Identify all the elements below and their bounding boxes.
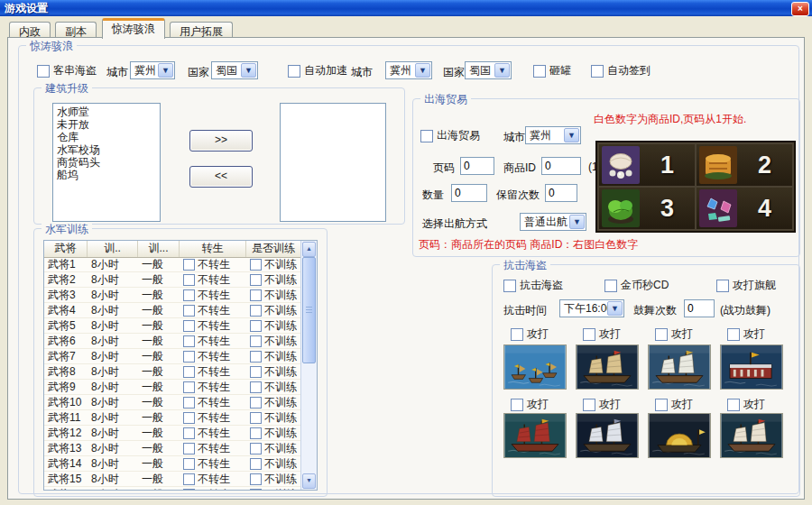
sea-trade-checkbox[interactable]: 出海贸易	[420, 128, 480, 143]
checkbox-box[interactable]	[420, 130, 433, 142]
checkbox-box[interactable]	[716, 280, 729, 292]
attack-checkbox[interactable]: 攻打	[655, 397, 693, 412]
close-icon[interactable]: ×	[791, 2, 809, 16]
train-checkbox[interactable]	[250, 473, 262, 485]
fight-pirates-checkbox[interactable]: 抗击海盗	[503, 278, 563, 293]
rebirth-checkbox[interactable]	[183, 289, 195, 301]
chevron-down-icon[interactable]: ▼	[564, 128, 579, 142]
rebirth-checkbox[interactable]	[183, 335, 195, 347]
checkbox-box[interactable]	[37, 65, 50, 78]
rebirth-checkbox[interactable]	[183, 259, 195, 271]
checkbox-box[interactable]	[533, 65, 546, 78]
building-list-item[interactable]: 船坞	[53, 169, 160, 181]
scrollbar-thumb[interactable]	[302, 257, 316, 363]
chevron-down-icon[interactable]: ▼	[494, 63, 510, 78]
rebirth-checkbox[interactable]	[183, 397, 195, 409]
rebirth-checkbox[interactable]	[183, 458, 195, 470]
checkbox-box[interactable]	[655, 328, 668, 341]
building-list-item[interactable]: 水师堂	[53, 106, 160, 118]
rebirth-checkbox[interactable]	[183, 320, 195, 332]
trade-city-select[interactable]: 冀州 ▼	[525, 126, 581, 144]
gold-cd-checkbox[interactable]: 金币秒CD	[604, 278, 669, 293]
move-left-button[interactable]: <<	[189, 166, 253, 188]
country2-select[interactable]: 蜀国 ▼	[465, 61, 512, 79]
smash-jar-checkbox[interactable]: 砸罐	[533, 63, 571, 78]
rebirth-checkbox[interactable]	[183, 427, 195, 439]
scroll-down-icon[interactable]: ▼	[302, 473, 316, 489]
train-checkbox[interactable]	[250, 274, 262, 286]
train-checkbox[interactable]	[250, 320, 262, 332]
checkbox-box[interactable]	[511, 328, 523, 341]
attack-checkbox[interactable]: 攻打	[727, 326, 765, 342]
game-settings-window: 游戏设置 × 内政 副本 惊涛骇浪 用户拓展 惊涛骇浪 客串海盗 城市 冀州 ▼…	[0, 0, 812, 505]
table-scrollbar[interactable]: ▲ ▼	[300, 241, 317, 490]
attack-checkbox[interactable]: 攻打	[583, 326, 621, 342]
quantity-input[interactable]	[451, 184, 487, 202]
checkbox-box[interactable]	[604, 280, 617, 292]
rebirth-checkbox[interactable]	[183, 489, 195, 491]
train-checkbox[interactable]	[250, 305, 262, 317]
checkbox-box[interactable]	[583, 328, 595, 341]
rebirth-checkbox[interactable]	[183, 473, 195, 485]
city2-select[interactable]: 冀州 ▼	[385, 61, 432, 79]
rebirth-checkbox[interactable]	[183, 366, 195, 378]
attack-checkbox[interactable]: 攻打	[511, 397, 549, 412]
move-right-button[interactable]: >>	[189, 130, 253, 152]
item-id-input[interactable]	[541, 157, 581, 175]
train-checkbox[interactable]	[250, 443, 262, 454]
cheer-times-input[interactable]	[684, 299, 715, 317]
country1-select[interactable]: 蜀国 ▼	[211, 61, 258, 79]
rebirth-checkbox[interactable]	[183, 381, 195, 393]
attack-checkbox[interactable]: 攻打	[583, 397, 621, 412]
train-checkbox[interactable]	[250, 412, 262, 424]
train-checkbox[interactable]	[250, 366, 262, 378]
chevron-down-icon[interactable]: ▼	[415, 63, 430, 78]
building-target-list[interactable]	[280, 103, 386, 222]
attack-flagship-checkbox[interactable]: 攻打旗舰	[716, 278, 776, 293]
chevron-down-icon[interactable]: ▼	[569, 215, 585, 229]
checkbox-box[interactable]	[583, 399, 595, 411]
auto-signin-checkbox[interactable]: 自动签到	[591, 63, 651, 78]
train-checkbox[interactable]	[250, 427, 262, 439]
checkbox-box[interactable]	[727, 328, 740, 341]
scroll-up-icon[interactable]: ▲	[302, 242, 316, 257]
guest-pirate-checkbox[interactable]: 客串海盗	[37, 63, 97, 78]
checkbox-box[interactable]	[591, 65, 604, 78]
city1-select[interactable]: 冀州 ▼	[130, 61, 175, 79]
attack-checkbox[interactable]: 攻打	[511, 326, 549, 342]
train-checkbox[interactable]	[250, 259, 262, 271]
chevron-down-icon[interactable]: ▼	[158, 63, 173, 78]
building-list-item[interactable]: 水军校场	[53, 143, 160, 156]
rebirth-checkbox[interactable]	[183, 274, 195, 286]
rebirth-checkbox[interactable]	[183, 305, 195, 317]
fight-time-select[interactable]: 下午16:00 ▼	[559, 299, 624, 317]
chevron-down-icon[interactable]: ▼	[607, 301, 623, 316]
checkbox-box[interactable]	[727, 399, 740, 411]
rebirth-checkbox[interactable]	[183, 443, 195, 454]
keep-times-input[interactable]	[545, 184, 577, 202]
train-checkbox[interactable]	[250, 289, 262, 301]
tab-stormy-seas[interactable]: 惊涛骇浪	[102, 18, 165, 39]
rebirth-checkbox[interactable]	[183, 351, 195, 363]
chevron-down-icon[interactable]: ▼	[241, 63, 256, 78]
rebirth-checkbox[interactable]	[183, 412, 195, 424]
train-checkbox[interactable]	[250, 458, 262, 470]
attack-checkbox[interactable]: 攻打	[727, 397, 765, 412]
sail-mode-select[interactable]: 普通出航 ▼	[520, 213, 586, 231]
checkbox-box[interactable]	[511, 399, 523, 411]
building-list-item[interactable]: 商货码头	[53, 156, 160, 169]
checkbox-box[interactable]	[288, 65, 300, 78]
page-input[interactable]	[460, 157, 494, 175]
building-list-item[interactable]: 未开放	[53, 118, 160, 131]
attack-checkbox[interactable]: 攻打	[655, 326, 693, 342]
checkbox-box[interactable]	[655, 399, 668, 411]
train-checkbox[interactable]	[250, 381, 262, 393]
train-checkbox[interactable]	[250, 397, 262, 409]
train-checkbox[interactable]	[250, 335, 262, 347]
checkbox-box[interactable]	[503, 280, 516, 292]
auto-speed-checkbox[interactable]: 自动加速	[288, 63, 347, 78]
train-checkbox[interactable]	[250, 489, 262, 491]
building-source-list[interactable]: 水师堂未开放仓库水军校场商货码头船坞	[52, 103, 161, 222]
building-list-item[interactable]: 仓库	[53, 131, 160, 143]
train-checkbox[interactable]	[250, 351, 262, 363]
